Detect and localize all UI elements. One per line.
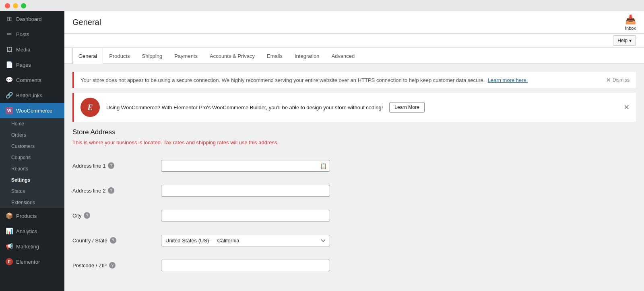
learn-more-link[interactable]: Learn more here. [488,77,528,83]
sidebar-item-posts[interactable]: ✏ Posts [0,27,64,42]
tab-emails[interactable]: Emails [261,48,289,64]
sidebar-item-media[interactable]: 🖼 Media [0,42,64,57]
help-icon-country[interactable]: ? [110,237,116,244]
tabs-bar: General Products Shipping Payments Accou… [64,48,644,64]
media-icon: 🖼 [6,46,13,53]
tab-advanced[interactable]: Advanced [325,48,361,64]
analytics-icon: 📊 [6,227,13,235]
form-row-postcode: Postcode / ZIP ? [72,253,636,278]
label-country: Country / State [72,238,107,244]
inbox-button[interactable]: 📥 Inbox [625,14,636,31]
tab-general[interactable]: General [72,48,103,64]
submenu-coupons[interactable]: Coupons [0,152,64,163]
chevron-down-icon: ▾ [629,38,632,43]
sidebar-label-pages: Pages [16,62,31,68]
form-row-country: Country / State ? United States (US) — C… [72,228,636,253]
control-col-address2 [161,185,636,197]
control-col-postcode [161,260,636,271]
elementor-icon: E [6,258,13,265]
form-row-city: City ? [72,203,636,228]
sidebar-label-elementor: Elementor [16,259,40,265]
woocommerce-submenu: Home Orders Customers Coupons Reports Se… [0,118,64,208]
submenu-extensions[interactable]: Extensions [0,197,64,208]
dismiss-notice-button[interactable]: ✕ Dismiss [606,77,630,83]
sidebar-item-comments[interactable]: 💬 Comments [0,72,64,88]
close-icon: ✕ [606,77,611,83]
elementor-logo: E [80,98,100,117]
security-notice-text: Your store does not appear to be using a… [80,77,528,83]
label-col-city: City ? [72,210,161,219]
sidebar-label-products: Products [16,213,37,219]
country-state-select[interactable]: United States (US) — California [161,235,330,246]
help-icon-city[interactable]: ? [84,212,90,219]
help-icon-postcode[interactable]: ? [109,262,116,268]
tab-accounts-privacy[interactable]: Accounts & Privacy [204,48,261,64]
sidebar-item-elementor[interactable]: E Elementor [0,254,64,269]
clipboard-icon: 📋 [320,163,327,169]
form-row-address2: Address line 2 ? [72,178,636,203]
help-icon-address1[interactable]: ? [108,162,114,169]
sidebar-item-analytics[interactable]: 📊 Analytics [0,223,64,239]
section-title: Store Address [72,128,636,136]
address2-input[interactable] [161,185,330,197]
submenu-orders[interactable]: Orders [0,129,64,141]
help-icon-address2[interactable]: ? [108,187,114,194]
sidebar-label-comments: Comments [16,77,41,83]
city-input[interactable] [161,210,330,221]
elementor-notice-text: Using WooCommerce? With Elementor Pro's … [106,105,383,111]
tab-shipping[interactable]: Shipping [136,48,169,64]
top-header: General 📥 Inbox [64,11,644,34]
main-content: Your store does not appear to be using a… [64,64,644,291]
minimize-button[interactable] [13,3,18,8]
submenu-reports[interactable]: Reports [0,163,64,174]
control-col-address1: 📋 [161,160,636,172]
sidebar-item-dashboard[interactable]: ⊞ Dashboard [0,11,64,27]
submenu-customers[interactable]: Customers [0,141,64,152]
store-address-form: Address line 1 ? 📋 Address line 2 ? [72,154,636,278]
submenu-label-status: Status [11,189,25,194]
tab-integration[interactable]: Integration [289,48,325,64]
tab-products[interactable]: Products [103,48,136,64]
sidebar-item-woocommerce[interactable]: W WooCommerce [0,103,64,118]
sidebar-item-pages[interactable]: 📄 Pages [0,57,64,72]
sidebar-label-dashboard: Dashboard [16,16,42,22]
header-right: 📥 Inbox [625,14,636,31]
submenu-label-home: Home [11,121,24,127]
submenu-label-settings: Settings [11,177,30,183]
submenu-status[interactable]: Status [0,186,64,197]
elementor-learn-more-button[interactable]: Learn More [389,102,424,113]
betterlinks-icon: 🔗 [6,92,13,99]
submenu-settings[interactable]: Settings [0,174,64,186]
dismiss-label: Dismiss [613,77,630,83]
form-row-address1: Address line 1 ? 📋 [72,154,636,178]
elementor-dismiss-button[interactable]: ✕ [623,103,630,112]
label-city: City [72,213,81,219]
submenu-label-extensions: Extensions [11,200,35,205]
page-title: General [72,18,101,27]
label-postcode: Postcode / ZIP [72,262,107,268]
address1-input-wrapper: 📋 [161,160,330,172]
help-bar: Help ▾ [64,34,644,48]
section-subtitle: This is where your business is located. … [72,139,636,146]
tab-payments[interactable]: Payments [168,48,204,64]
address1-input[interactable] [161,160,330,172]
sidebar-label-marketing: Marketing [16,244,39,250]
label-address2: Address line 2 [72,188,105,194]
help-button[interactable]: Help ▾ [613,35,636,46]
pages-icon: 📄 [6,61,13,68]
close-button[interactable] [5,3,10,8]
woocommerce-icon: W [6,107,13,114]
submenu-label-orders: Orders [11,132,26,138]
content-area: General 📥 Inbox Help ▾ General Products … [64,11,644,291]
sidebar-item-betterlinks[interactable]: 🔗 BetterLinks [0,88,64,103]
sidebar-label-betterlinks: BetterLinks [16,92,42,98]
submenu-label-customers: Customers [11,143,35,149]
maximize-button[interactable] [21,3,26,8]
sidebar-item-products[interactable]: 📦 Products [0,208,64,223]
inbox-label: Inbox [625,26,636,31]
label-address1: Address line 1 [72,163,105,169]
sidebar-item-marketing[interactable]: 📢 Marketing [0,239,64,254]
help-label: Help [617,38,627,43]
submenu-home[interactable]: Home [0,118,64,129]
postcode-input[interactable] [161,260,330,271]
